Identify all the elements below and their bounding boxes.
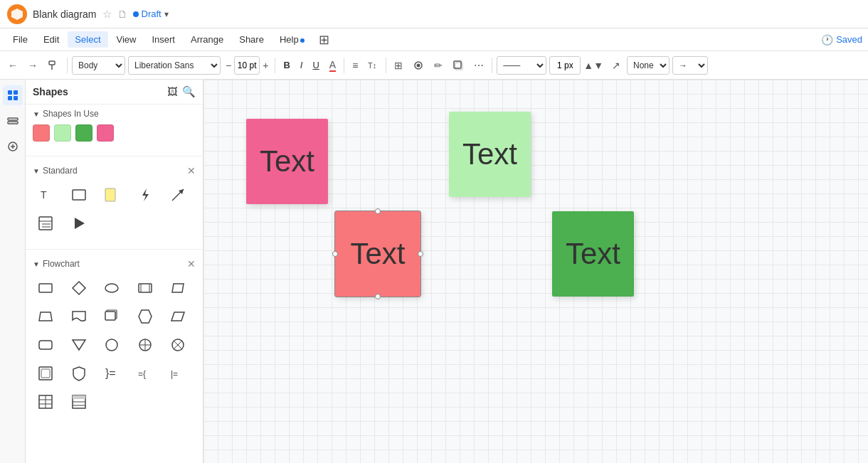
shapes-image-icon[interactable]: 🖼 [167,85,178,98]
draft-label[interactable]: Draft [142,9,162,19]
shape-pink-topleft[interactable]: Text [246,119,328,204]
shapes-search-icon[interactable]: 🔍 [182,85,196,98]
shape-play[interactable] [66,211,92,236]
standard-close[interactable]: ✕ [187,165,196,176]
format-paint-button[interactable] [44,58,63,73]
shadow-button[interactable] [449,58,467,73]
flow-hex[interactable] [132,304,158,329]
diagram-title[interactable]: Blank diagram [33,9,97,20]
flow-table1[interactable] [33,389,58,415]
flow-document[interactable] [66,304,92,329]
draft-arrow[interactable]: ▾ [164,9,169,19]
shape-green-bottomright[interactable]: Text [552,211,634,297]
menu-insert[interactable]: Insert [144,31,182,48]
shapes-in-use-header[interactable]: ▼ Shapes In Use [33,109,196,119]
svg-rect-11 [8,122,18,124]
sidebar-shapes-btn[interactable] [3,85,23,105]
flow-decision[interactable] [66,275,92,301]
shape-bolt[interactable] [132,182,158,208]
bold-button[interactable]: B [280,58,293,72]
flow-trapezoid[interactable] [33,304,58,329]
font-select[interactable]: Liberation Sans [128,56,221,75]
line-color-button[interactable]: ✏ [430,58,446,73]
font-size-increase[interactable]: + [260,58,270,73]
px-stepper[interactable]: ▲▼ [581,58,605,73]
align-button[interactable]: ≡ [349,58,361,73]
standard-section: ▼ Standard ✕ T [26,161,203,245]
text-style-select[interactable]: BodyTitleHeading [72,56,125,75]
flowchart-close[interactable]: ✕ [187,258,196,270]
font-size-decrease[interactable]: − [223,58,233,73]
menu-help[interactable]: Help [272,31,312,48]
swatch-pink[interactable] [33,124,50,142]
shape-arrow[interactable] [165,182,191,208]
canvas[interactable]: Text Text Text Text [203,80,868,463]
menu-file[interactable]: File [6,31,35,48]
flow-table2[interactable] [66,389,92,415]
flow-merge[interactable]: ={ [132,361,158,386]
map-icon[interactable]: ⊞ [319,32,329,48]
flow-shield[interactable] [66,361,92,386]
flow-subprocess[interactable] [132,275,158,301]
undo-button[interactable]: ← [4,58,21,73]
star-icon[interactable]: ☆ [102,8,112,21]
arrow-select[interactable]: → [672,56,708,75]
flow-parallelogram[interactable] [165,304,191,329]
shapes-panel-header: Shapes 🖼 🔍 [26,80,203,105]
flow-triangle-down[interactable] [66,332,92,358]
handle-bottom[interactable] [375,294,381,299]
shape-rect[interactable] [66,182,92,208]
sidebar-layers-btn[interactable] [3,111,23,131]
flow-brace[interactable]: }= [99,361,125,386]
text-align-button[interactable]: T↕ [364,58,381,73]
waypoint-select[interactable]: None [627,56,669,75]
flow-branch[interactable]: |= [165,361,191,386]
flow-data[interactable] [165,275,191,301]
flow-rect2[interactable] [33,332,58,358]
page-icon[interactable]: 🗋 [117,9,127,20]
toolbar-sep-2 [275,58,275,73]
italic-button[interactable]: I [297,58,307,72]
shape-note[interactable] [99,182,125,208]
line-style-select[interactable]: ——- - - [497,56,546,75]
menu-select[interactable]: Select [68,31,107,48]
underline-button[interactable]: U [309,58,322,72]
menu-edit[interactable]: Edit [36,31,66,48]
swatch-lightgreen[interactable] [54,124,71,142]
fill-color-button[interactable] [409,58,428,73]
extra-button[interactable]: ⋯ [470,58,487,73]
saved-button[interactable]: 🕐 Saved [821,34,862,46]
flow-terminal[interactable] [99,275,125,301]
insert-shape-button[interactable]: ⊞ [391,58,406,73]
svg-text:={: ={ [138,369,146,379]
px-box: ▲▼ [549,56,605,75]
handle-left[interactable] [332,251,338,257]
flow-circle[interactable] [99,332,125,358]
handle-right[interactable] [418,251,423,257]
flow-bordered-rect[interactable] [33,361,58,386]
flowchart-section-header[interactable]: ▼ Flowchart ✕ [33,258,196,270]
flow-circle-plus[interactable] [132,332,158,358]
menu-view[interactable]: View [110,31,144,48]
shape-list[interactable] [33,211,58,236]
swatch-green[interactable] [75,124,92,142]
swatch-hotpink[interactable] [97,124,114,142]
flow-multi-doc[interactable] [99,304,125,329]
waypoint-button[interactable]: ↗ [608,58,624,73]
menu-arrange[interactable]: Arrange [184,31,231,48]
redo-button[interactable]: → [24,58,41,73]
svg-rect-6 [8,90,12,95]
font-size-input[interactable] [234,56,260,75]
line-width-input[interactable] [549,56,581,75]
saved-label[interactable]: Saved [836,34,862,45]
sidebar-stencil-btn[interactable] [3,137,23,156]
flow-circle-x[interactable] [165,332,191,358]
handle-top[interactable] [375,208,381,214]
standard-section-header[interactable]: ▼ Standard ✕ [33,165,196,176]
shape-lightgreen-topright[interactable]: Text [449,112,531,197]
font-color-button[interactable]: A [326,57,339,74]
shape-text[interactable]: T [33,182,58,208]
flow-process[interactable] [33,275,58,301]
menu-share[interactable]: Share [232,31,271,48]
shape-red-middle[interactable]: Text [335,211,420,297]
